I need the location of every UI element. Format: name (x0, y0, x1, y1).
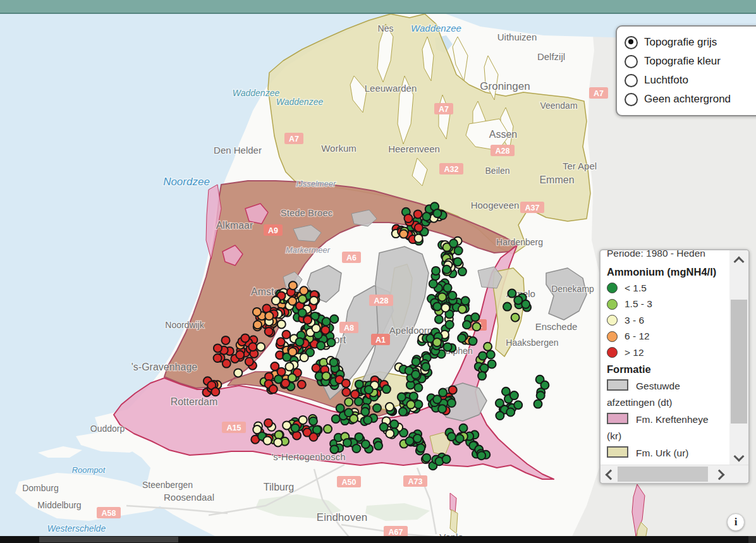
measurement-dot[interactable] (488, 360, 496, 369)
measurement-dot[interactable] (350, 415, 358, 423)
measurement-dot[interactable] (365, 386, 373, 394)
measurement-dot[interactable] (487, 351, 495, 359)
legend-vscroll-thumb[interactable] (731, 300, 747, 424)
scroll-right-icon[interactable] (714, 470, 725, 480)
basemap-option-0[interactable]: Topografie grijs (625, 33, 756, 52)
measurement-dot[interactable] (441, 303, 449, 312)
measurement-dot[interactable] (282, 331, 290, 339)
measurement-dot[interactable] (277, 320, 286, 328)
measurement-dot[interactable] (456, 434, 464, 442)
measurement-dot[interactable] (274, 438, 282, 446)
measurement-dot[interactable] (363, 416, 372, 424)
measurement-dot[interactable] (300, 286, 308, 295)
measurement-dot[interactable] (214, 344, 222, 352)
measurement-dot[interactable] (514, 296, 522, 304)
measurement-dot[interactable] (222, 336, 230, 345)
measurement-dot[interactable] (510, 391, 518, 400)
measurement-dot[interactable] (298, 295, 307, 303)
measurement-dot[interactable] (390, 420, 398, 429)
measurement-dot[interactable] (285, 363, 293, 371)
measurement-dot[interactable] (448, 291, 456, 300)
measurement-dot[interactable] (241, 334, 249, 342)
measurement-dot[interactable] (355, 433, 363, 441)
measurement-dot[interactable] (265, 327, 273, 336)
measurement-dot[interactable] (406, 401, 415, 409)
radio-icon[interactable] (625, 74, 638, 87)
measurement-dot[interactable] (342, 379, 350, 387)
radio-icon[interactable] (625, 93, 638, 106)
measurement-dot[interactable] (429, 280, 437, 288)
measurement-dot[interactable] (277, 338, 285, 346)
measurement-dot[interactable] (537, 391, 545, 400)
measurement-dot[interactable] (471, 313, 479, 321)
scroll-left-icon[interactable] (606, 470, 616, 480)
radio-icon[interactable] (625, 55, 638, 68)
measurement-dot[interactable] (310, 433, 318, 441)
measurement-dot[interactable] (413, 434, 422, 442)
scroll-down-icon[interactable] (734, 451, 745, 462)
measurement-dot[interactable] (405, 214, 413, 223)
measurement-dot[interactable] (317, 341, 325, 350)
measurement-dot[interactable] (496, 399, 504, 407)
measurement-dot[interactable] (410, 392, 418, 400)
page-horizontal-scrollbar[interactable] (0, 536, 756, 543)
measurement-dot[interactable] (264, 437, 272, 445)
measurement-dot[interactable] (433, 338, 441, 346)
measurement-dot[interactable] (355, 380, 363, 388)
measurement-dot[interactable] (458, 305, 466, 314)
measurement-dot[interactable] (399, 230, 408, 238)
measurement-dot[interactable] (480, 364, 489, 372)
info-button[interactable]: i (727, 513, 745, 531)
measurement-dot[interactable] (449, 386, 457, 394)
measurement-dot[interactable] (412, 370, 420, 379)
legend-horizontal-scrollbar[interactable] (601, 465, 750, 483)
measurement-dot[interactable] (442, 455, 451, 463)
measurement-dot[interactable] (362, 440, 370, 448)
measurement-dot[interactable] (433, 209, 441, 217)
measurement-dot[interactable] (291, 424, 300, 432)
measurement-dot[interactable] (540, 381, 549, 389)
measurement-dot[interactable] (442, 265, 451, 274)
measurement-dot[interactable] (352, 444, 360, 453)
measurement-dot[interactable] (289, 281, 297, 290)
legend-vertical-scrollbar[interactable] (729, 250, 748, 467)
measurement-dot[interactable] (312, 324, 320, 333)
measurement-dot[interactable] (460, 424, 468, 432)
measurement-dot[interactable] (472, 322, 480, 331)
measurement-dot[interactable] (435, 315, 443, 324)
measurement-dot[interactable] (521, 300, 530, 308)
measurement-dot[interactable] (288, 297, 296, 305)
measurement-dot[interactable] (296, 338, 304, 346)
measurement-dot[interactable] (324, 425, 332, 433)
measurement-dot[interactable] (253, 308, 261, 316)
measurement-dot[interactable] (380, 423, 388, 431)
measurement-dot[interactable] (236, 351, 244, 359)
measurement-dot[interactable] (415, 235, 423, 243)
measurement-dot[interactable] (269, 385, 277, 393)
measurement-dot[interactable] (283, 421, 291, 429)
measurement-dot[interactable] (399, 408, 407, 416)
measurement-dot[interactable] (438, 293, 446, 301)
measurement-dot[interactable] (412, 358, 420, 366)
measurement-dot[interactable] (264, 419, 272, 427)
measurement-dot[interactable] (511, 314, 520, 322)
measurement-dot[interactable] (386, 430, 394, 438)
measurement-dot[interactable] (432, 267, 440, 275)
measurement-dot[interactable] (458, 334, 466, 342)
measurement-dot[interactable] (417, 444, 425, 452)
measurement-dot[interactable] (514, 401, 522, 409)
measurement-dot[interactable] (382, 385, 391, 393)
measurement-dot[interactable] (321, 326, 329, 334)
measurement-dot[interactable] (446, 320, 454, 329)
measurement-dot[interactable] (406, 437, 414, 445)
measurement-dot[interactable] (245, 358, 253, 366)
measurement-dot[interactable] (444, 343, 452, 351)
measurement-dot[interactable] (330, 445, 338, 453)
measurement-dot[interactable] (299, 416, 307, 424)
measurement-dot[interactable] (234, 369, 242, 377)
measurement-dot[interactable] (312, 364, 320, 372)
measurement-dot[interactable] (438, 405, 446, 413)
measurement-dot[interactable] (479, 352, 487, 360)
measurement-dot[interactable] (506, 408, 515, 417)
measurement-dot[interactable] (469, 337, 477, 345)
